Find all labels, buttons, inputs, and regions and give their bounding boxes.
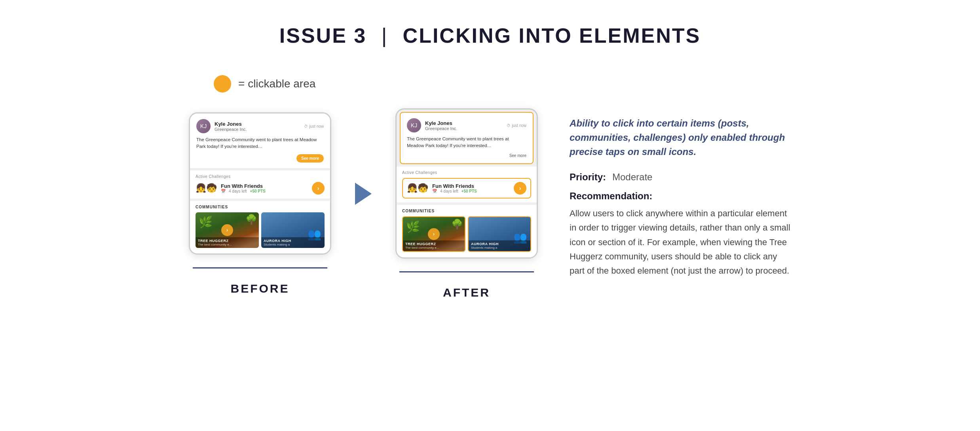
after-challenge-row[interactable]: 👧🧒 Fun With Friends 📅 4 days left +50 PT… bbox=[402, 178, 531, 198]
after-aurora-high-name: AURORA HIGH bbox=[471, 242, 528, 246]
before-tree-huggerz-name: TREE HUGGERZ bbox=[198, 239, 256, 243]
after-phone-mockup: KJ Kyle Jones Greenpeace Inc. ⏱ just now bbox=[395, 108, 538, 259]
before-challenge-info: Fun With Friends 📅 4 days left +50 PTS bbox=[221, 183, 308, 193]
before-tree-huggerz-desc: The best community e... bbox=[198, 243, 256, 246]
after-tree-huggerz-overlay: TREE HUGGERZ The best community e... bbox=[403, 240, 465, 251]
before-challenge-meta: 📅 4 days left +50 PTS bbox=[221, 189, 308, 193]
after-days-left: 4 days left bbox=[440, 189, 458, 193]
panels-area: KJ Kyle Jones Greenpeace Inc. ⏱ just now bbox=[189, 108, 538, 299]
before-post-header: KJ Kyle Jones Greenpeace Inc. ⏱ just now bbox=[196, 119, 324, 133]
before-pts: +50 PTS bbox=[250, 189, 266, 193]
after-calendar-icon: 📅 bbox=[432, 189, 437, 193]
after-challenge-icon: 👧🧒 bbox=[407, 183, 428, 193]
before-post-body: The Greenpeace Community went to plant t… bbox=[196, 136, 324, 150]
after-community-aurora-high[interactable]: AURORA HIGH Students making a bbox=[468, 216, 531, 252]
before-post-card[interactable]: KJ Kyle Jones Greenpeace Inc. ⏱ just now bbox=[190, 113, 330, 168]
after-aurora-high-desc: Students making a bbox=[471, 246, 528, 250]
after-tree-huggerz-desc: The best community e... bbox=[405, 246, 462, 250]
after-tree-huggerz-name: TREE HUGGERZ bbox=[405, 242, 462, 246]
after-username: Kyle Jones bbox=[425, 120, 503, 126]
after-see-more-text: See more bbox=[509, 153, 526, 158]
legend-dot bbox=[214, 75, 231, 93]
before-aurora-high-name: AURORA HIGH bbox=[264, 239, 322, 243]
priority-row: Priority: Moderate bbox=[570, 172, 791, 183]
after-divider bbox=[399, 271, 534, 272]
recommendation-text: Allow users to click anywhere within a p… bbox=[570, 206, 791, 278]
before-communities-grid: TREE HUGGERZ The best community e... › bbox=[196, 212, 325, 248]
after-challenge-meta: 📅 4 days left +50 PTS bbox=[432, 189, 510, 193]
description-area: Ability to click into certain items (pos… bbox=[570, 108, 791, 278]
before-challenges-label: Active Challenges bbox=[196, 174, 325, 179]
before-tree-huggerz-arrow[interactable]: › bbox=[221, 224, 233, 236]
after-post-card[interactable]: KJ Kyle Jones Greenpeace Inc. ⏱ just now bbox=[400, 112, 534, 164]
before-challenge-icon: 👧🧒 bbox=[196, 183, 217, 193]
before-challenge-row: 👧🧒 Fun With Friends 📅 4 days left +50 PT… bbox=[196, 182, 325, 195]
after-post-header: KJ Kyle Jones Greenpeace Inc. ⏱ just now bbox=[407, 118, 526, 132]
before-tree-huggerz-overlay: TREE HUGGERZ The best community e... bbox=[196, 237, 259, 248]
clock-icon: ⏱ bbox=[304, 124, 308, 129]
after-post-body: The Greenpeace Community went to plant t… bbox=[407, 136, 526, 149]
after-community-tree-huggerz[interactable]: TREE HUGGERZ The best community e... › bbox=[402, 216, 465, 252]
after-post-subtitle: Greenpeace Inc. bbox=[425, 126, 503, 131]
after-user-info: Kyle Jones Greenpeace Inc. bbox=[425, 120, 503, 131]
after-avatar: KJ bbox=[407, 118, 421, 132]
after-communities-grid: TREE HUGGERZ The best community e... › bbox=[402, 216, 531, 252]
after-challenges-card: Active Challenges 👧🧒 Fun With Friends 📅 … bbox=[397, 166, 537, 202]
after-challenge-info: Fun With Friends 📅 4 days left +50 PTS bbox=[432, 183, 510, 193]
before-communities-label: COMMUNITIES bbox=[196, 205, 325, 209]
calendar-icon: 📅 bbox=[221, 189, 226, 193]
before-days-left: 4 days left bbox=[229, 189, 247, 193]
before-aurora-high-overlay: AURORA HIGH Students making a bbox=[261, 237, 325, 248]
after-challenge-arrow-button[interactable]: › bbox=[514, 182, 526, 195]
before-username: Kyle Jones bbox=[215, 121, 300, 127]
after-tree-huggerz-arrow[interactable]: › bbox=[428, 228, 440, 240]
before-post-subtitle: Greenpeace Inc. bbox=[215, 127, 300, 132]
after-label: AFTER bbox=[443, 286, 490, 299]
before-panel-wrapper: KJ Kyle Jones Greenpeace Inc. ⏱ just now bbox=[189, 112, 331, 295]
page-title: ISSUE 3 | CLICKING INTO ELEMENTS bbox=[24, 24, 956, 47]
after-clock-icon: ⏱ bbox=[507, 123, 511, 128]
arrow-divider bbox=[355, 183, 372, 205]
priority-value: Moderate bbox=[612, 172, 652, 183]
page-container: ISSUE 3 | CLICKING INTO ELEMENTS = click… bbox=[0, 0, 980, 431]
before-challenge-arrow-button[interactable]: › bbox=[312, 182, 325, 195]
before-communities-card: COMMUNITIES TREE HUGGERZ The best commun… bbox=[190, 201, 330, 253]
after-pts: +50 PTS bbox=[462, 189, 477, 193]
legend: = clickable area bbox=[214, 75, 956, 93]
before-challenge-name: Fun With Friends bbox=[221, 183, 308, 189]
after-challenges-label: Active Challenges bbox=[402, 170, 531, 175]
before-divider bbox=[193, 267, 327, 268]
recommendation-label: Recommendation: bbox=[570, 191, 791, 202]
after-post-time: ⏱ just now bbox=[507, 123, 526, 128]
main-content: KJ Kyle Jones Greenpeace Inc. ⏱ just now bbox=[24, 108, 956, 299]
before-aurora-high-desc: Students making a bbox=[264, 243, 322, 246]
legend-text: = clickable area bbox=[238, 78, 315, 90]
after-communities-label: COMMUNITIES bbox=[402, 209, 531, 213]
after-communities-card: COMMUNITIES TREE HUGGERZ The best commun… bbox=[397, 205, 537, 257]
before-avatar: KJ bbox=[196, 119, 211, 133]
priority-label: Priority: bbox=[570, 172, 606, 183]
arrow-shape bbox=[355, 183, 372, 205]
before-community-aurora-high[interactable]: AURORA HIGH Students making a bbox=[261, 212, 325, 248]
after-aurora-high-overlay: AURORA HIGH Students making a bbox=[469, 240, 530, 251]
before-phone-mockup: KJ Kyle Jones Greenpeace Inc. ⏱ just now bbox=[189, 112, 331, 255]
after-panel-wrapper: KJ Kyle Jones Greenpeace Inc. ⏱ just now bbox=[395, 108, 538, 299]
after-challenge-name: Fun With Friends bbox=[432, 183, 510, 189]
before-user-info: Kyle Jones Greenpeace Inc. bbox=[215, 121, 300, 132]
before-challenges-card: Active Challenges 👧🧒 Fun With Friends 📅 … bbox=[190, 170, 330, 198]
before-post-time: ⏱ just now bbox=[304, 124, 324, 129]
before-community-tree-huggerz[interactable]: TREE HUGGERZ The best community e... › bbox=[196, 212, 259, 248]
description-main-text: Ability to click into certain items (pos… bbox=[570, 116, 791, 159]
before-see-more-button[interactable]: See more bbox=[296, 154, 324, 163]
before-label: BEFORE bbox=[230, 282, 289, 295]
